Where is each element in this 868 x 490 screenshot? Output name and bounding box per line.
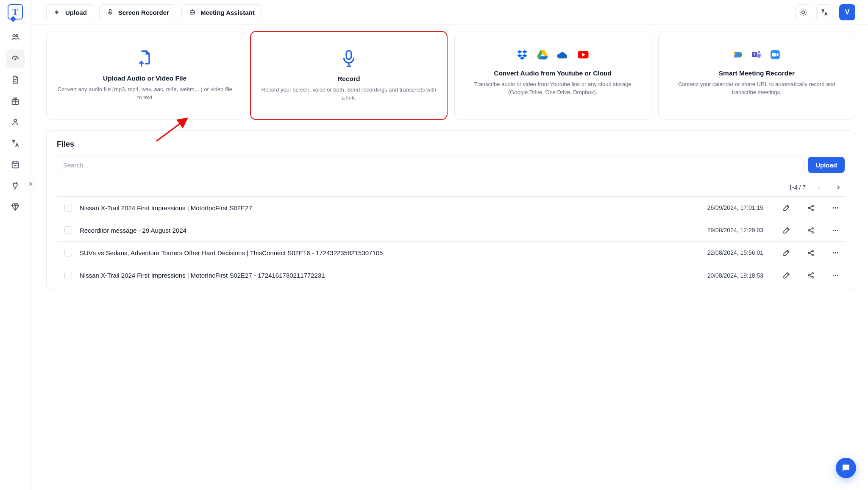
share-icon bbox=[807, 204, 815, 212]
pager-next[interactable] bbox=[832, 181, 845, 194]
svg-rect-11 bbox=[346, 51, 351, 59]
svg-point-9 bbox=[193, 12, 194, 13]
share-button[interactable] bbox=[802, 244, 819, 261]
app-logo[interactable]: T bbox=[8, 4, 23, 19]
svg-point-23 bbox=[835, 207, 836, 209]
table-row: SUVs vs Sedans, Adventure Tourers Other … bbox=[57, 242, 845, 264]
svg-point-2 bbox=[15, 59, 16, 60]
files-list: Nissan X-Trail 2024 First Impressions | … bbox=[57, 196, 845, 287]
svg-point-35 bbox=[835, 252, 836, 253]
edit-icon bbox=[782, 271, 790, 279]
search-input[interactable] bbox=[57, 156, 804, 174]
sidebar-item-calendar[interactable] bbox=[6, 155, 25, 174]
card-convert-cloud[interactable]: Convert Audio from Youtube or Cloud Tran… bbox=[454, 31, 651, 120]
file-name[interactable]: Nissan X-Trail 2024 First Impressions | … bbox=[80, 272, 700, 279]
sidebar-item-people[interactable] bbox=[6, 28, 25, 47]
share-icon bbox=[807, 249, 815, 257]
share-button[interactable] bbox=[802, 267, 819, 284]
card-meeting-recorder[interactable]: T Smart Meeting Recorder Connect your ca… bbox=[658, 31, 855, 120]
svg-rect-5 bbox=[12, 162, 19, 168]
more-button[interactable] bbox=[827, 267, 844, 284]
row-checkbox[interactable] bbox=[64, 204, 72, 212]
document-icon bbox=[11, 75, 20, 84]
google-meet-icon bbox=[732, 49, 743, 60]
theme-toggle-button[interactable] bbox=[795, 4, 811, 20]
card-cloud-title: Convert Audio from Youtube or Cloud bbox=[494, 70, 612, 77]
plug-icon bbox=[11, 181, 20, 190]
row-checkbox[interactable] bbox=[64, 226, 72, 234]
card-record-title: Record bbox=[337, 75, 360, 83]
sidebar-item-account[interactable] bbox=[6, 113, 25, 131]
more-button[interactable] bbox=[827, 244, 844, 261]
screen-recorder-label: Screen Recorder bbox=[118, 9, 169, 16]
svg-rect-6 bbox=[109, 9, 111, 13]
file-date: 26/09/2024, 17:01:15 bbox=[707, 204, 763, 211]
svg-point-8 bbox=[191, 12, 192, 13]
pager-range: 1-4 / 7 bbox=[789, 184, 806, 191]
card-upload-file[interactable]: Upload Audio or Video File Convert any a… bbox=[46, 31, 243, 120]
svg-point-27 bbox=[812, 231, 813, 233]
svg-point-38 bbox=[812, 273, 813, 274]
pager-prev[interactable] bbox=[812, 181, 825, 194]
share-icon bbox=[807, 271, 815, 279]
waveform-icon bbox=[53, 8, 61, 16]
files-panel: Files Upload 1-4 / 7 bbox=[46, 130, 855, 290]
sidebar-expand-button[interactable] bbox=[25, 178, 36, 190]
table-row: Nissan X-Trail 2024 First Impressions | … bbox=[57, 197, 845, 219]
sidebar-item-translate[interactable] bbox=[6, 134, 25, 153]
topbar: Upload Screen Recorder Meeting Assistant bbox=[31, 0, 868, 25]
svg-point-39 bbox=[812, 277, 813, 278]
file-name[interactable]: Recorditor message - 29 August 2024 bbox=[80, 227, 700, 234]
chat-fab[interactable] bbox=[836, 458, 856, 478]
sidebar-item-gifts[interactable] bbox=[6, 92, 25, 110]
row-checkbox[interactable] bbox=[64, 249, 72, 256]
sidebar-item-dashboard[interactable] bbox=[6, 49, 25, 68]
card-upload-title: Upload Audio or Video File bbox=[103, 75, 186, 82]
robot-icon bbox=[189, 8, 196, 16]
card-meeting-title: Smart Meeting Recorder bbox=[719, 70, 795, 77]
language-button[interactable] bbox=[816, 4, 832, 20]
svg-point-29 bbox=[835, 230, 836, 231]
microphone-large-icon bbox=[340, 49, 357, 68]
svg-point-10 bbox=[802, 11, 805, 14]
edit-button[interactable] bbox=[778, 267, 795, 284]
user-avatar[interactable]: V bbox=[839, 4, 855, 20]
svg-point-31 bbox=[808, 252, 810, 253]
translate-icon bbox=[11, 139, 20, 148]
svg-point-25 bbox=[808, 229, 810, 231]
chat-icon bbox=[841, 463, 851, 473]
share-button[interactable] bbox=[802, 222, 819, 239]
edit-button[interactable] bbox=[778, 244, 795, 261]
pager: 1-4 / 7 bbox=[57, 181, 845, 194]
chevron-left-icon bbox=[815, 184, 822, 191]
sidebar-item-premium[interactable] bbox=[6, 198, 25, 216]
card-record[interactable]: Record Record your screen, voice or both… bbox=[250, 31, 447, 120]
edit-button[interactable] bbox=[778, 199, 795, 216]
sidebar-item-integrations[interactable] bbox=[6, 176, 25, 195]
edit-icon bbox=[782, 249, 790, 257]
svg-rect-7 bbox=[190, 11, 195, 14]
microphone-icon bbox=[106, 8, 114, 16]
diamond-icon bbox=[11, 202, 20, 212]
upload-button[interactable]: Upload bbox=[46, 4, 94, 20]
sidebar: T bbox=[0, 0, 31, 490]
more-button[interactable] bbox=[827, 222, 844, 239]
svg-point-26 bbox=[812, 228, 813, 229]
gauge-icon bbox=[11, 54, 20, 63]
file-upload-icon bbox=[136, 49, 153, 67]
row-checkbox[interactable] bbox=[64, 272, 72, 279]
more-button[interactable] bbox=[827, 199, 844, 216]
screen-recorder-button[interactable]: Screen Recorder bbox=[99, 4, 176, 20]
table-row: Nissan X-Trail 2024 First Impressions | … bbox=[57, 264, 845, 287]
files-upload-label: Upload bbox=[815, 161, 837, 169]
svg-point-32 bbox=[812, 250, 813, 251]
sidebar-item-documents[interactable] bbox=[6, 70, 25, 89]
meeting-assistant-button[interactable]: Meeting Assistant bbox=[181, 4, 262, 20]
main: Upload Screen Recorder Meeting Assistant bbox=[31, 0, 868, 490]
file-name[interactable]: Nissan X-Trail 2024 First Impressions | … bbox=[80, 204, 700, 212]
files-upload-button[interactable]: Upload bbox=[808, 157, 845, 173]
edit-button[interactable] bbox=[778, 222, 795, 239]
file-name[interactable]: SUVs vs Sedans, Adventure Tourers Other … bbox=[80, 249, 700, 256]
share-button[interactable] bbox=[802, 199, 819, 216]
svg-point-37 bbox=[808, 275, 810, 276]
